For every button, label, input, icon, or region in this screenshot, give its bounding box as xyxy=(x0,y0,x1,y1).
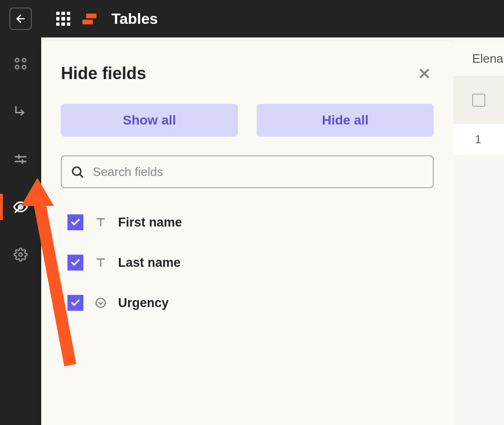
row-select-header xyxy=(453,77,504,124)
hide-fields-panel: Hide fields Show all Hide all First name xyxy=(41,41,453,425)
back-button[interactable] xyxy=(9,7,32,30)
svg-point-4 xyxy=(22,66,26,69)
svg-point-3 xyxy=(15,66,19,69)
text-type-icon xyxy=(94,215,108,229)
close-button[interactable] xyxy=(415,64,434,83)
top-bar: Tables xyxy=(0,0,504,37)
field-checkbox[interactable] xyxy=(67,295,83,311)
search-fields-input[interactable] xyxy=(93,165,424,179)
indent-icon xyxy=(14,104,28,118)
logo-icon xyxy=(86,14,96,24)
arrow-left-icon xyxy=(15,13,27,25)
search-icon xyxy=(70,165,84,179)
field-label: Urgency xyxy=(118,296,169,310)
gear-icon xyxy=(14,248,28,262)
column-header[interactable]: Elena xyxy=(453,41,504,77)
text-type-icon xyxy=(94,256,108,270)
svg-point-20 xyxy=(96,298,105,308)
field-item: First name xyxy=(67,214,434,230)
content-area: Hide fields Show all Hide all First name xyxy=(41,37,504,425)
panel-title: Hide fields xyxy=(61,64,146,83)
field-checkbox[interactable] xyxy=(67,214,83,230)
apps-grid-icon[interactable] xyxy=(56,12,70,26)
field-checkbox[interactable] xyxy=(67,255,83,271)
sliders-icon xyxy=(14,152,28,166)
sidebar xyxy=(0,37,41,425)
select-all-checkbox[interactable] xyxy=(472,94,485,107)
sidebar-item-views[interactable] xyxy=(0,51,41,77)
table-area: Elena 1 xyxy=(453,37,504,425)
row-number[interactable]: 1 xyxy=(453,124,504,155)
field-list: First name Last name Urgency xyxy=(61,214,434,311)
hide-all-button[interactable]: Hide all xyxy=(257,104,434,137)
eye-off-icon xyxy=(13,199,29,215)
svg-point-1 xyxy=(15,59,19,62)
check-icon xyxy=(70,217,81,227)
sidebar-item-filter[interactable] xyxy=(0,146,41,172)
page-title: Tables xyxy=(111,10,158,28)
show-all-button[interactable]: Show all xyxy=(61,104,238,137)
sidebar-item-indent[interactable] xyxy=(0,98,41,125)
select-type-icon xyxy=(94,296,108,310)
sidebar-item-hide-fields[interactable] xyxy=(0,194,41,220)
search-fields-box[interactable] xyxy=(61,155,434,188)
svg-line-15 xyxy=(80,175,82,177)
close-icon xyxy=(417,66,432,81)
check-icon xyxy=(70,298,81,308)
svg-point-2 xyxy=(22,59,26,62)
check-icon xyxy=(70,257,81,268)
sidebar-item-settings[interactable] xyxy=(0,242,41,268)
svg-point-11 xyxy=(19,253,22,256)
field-item: Last name xyxy=(67,255,434,271)
field-label: First name xyxy=(118,215,182,230)
grid-dots-icon xyxy=(14,57,28,71)
field-label: Last name xyxy=(118,256,181,270)
field-item: Urgency xyxy=(67,295,434,311)
